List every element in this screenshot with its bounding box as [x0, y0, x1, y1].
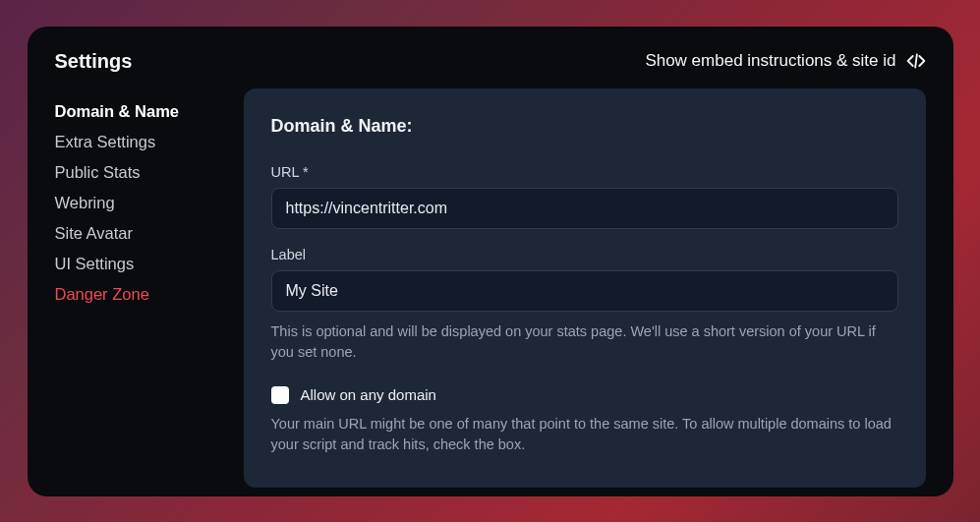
allow-any-domain-row: Allow on any domain — [271, 386, 898, 404]
sidebar-item-public-stats[interactable]: Public Stats — [55, 157, 216, 188]
sidebar-item-danger-zone[interactable]: Danger Zone — [55, 279, 216, 310]
label-label: Label — [271, 247, 898, 262]
page-title: Settings — [55, 50, 133, 73]
sidebar-item-site-avatar[interactable]: Site Avatar — [55, 218, 216, 249]
url-label: URL * — [271, 164, 898, 180]
embed-instructions-link[interactable]: Show embed instructions & site id — [645, 51, 925, 71]
sidebar-item-ui-settings[interactable]: UI Settings — [55, 249, 216, 279]
sidebar-item-webring[interactable]: Webring — [55, 188, 216, 218]
svg-line-0 — [915, 54, 917, 67]
label-input[interactable] — [271, 270, 898, 312]
section-title: Domain & Name: — [271, 116, 898, 137]
content-area: Domain & Name: URL * Label This is optio… — [244, 88, 926, 488]
allow-any-domain-checkbox[interactable] — [271, 386, 289, 404]
allow-any-domain-label: Allow on any domain — [301, 386, 436, 403]
code-icon — [906, 51, 926, 71]
header: Settings Show embed instructions & site … — [55, 50, 926, 73]
sidebar-item-extra-settings[interactable]: Extra Settings — [55, 127, 216, 157]
sidebar: Domain & Name Extra Settings Public Stat… — [55, 88, 216, 488]
body: Domain & Name Extra Settings Public Stat… — [55, 88, 926, 488]
url-field: URL * — [271, 164, 898, 229]
settings-panel: Settings Show embed instructions & site … — [28, 27, 953, 496]
label-field: Label This is optional and will be displ… — [271, 247, 898, 363]
url-input[interactable] — [271, 188, 898, 229]
allow-any-domain-help: Your main URL might be one of many that … — [271, 414, 898, 455]
label-help-text: This is optional and will be displayed o… — [271, 321, 898, 363]
embed-instructions-label: Show embed instructions & site id — [645, 51, 895, 71]
sidebar-item-domain-name[interactable]: Domain & Name — [55, 96, 216, 127]
